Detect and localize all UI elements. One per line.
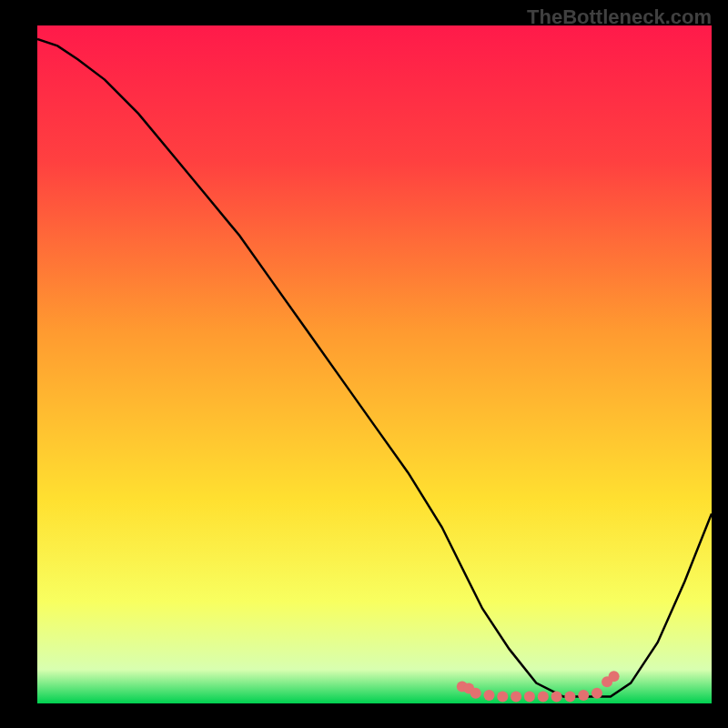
- optimal-marker: [609, 671, 620, 682]
- optimal-marker: [484, 690, 495, 701]
- optimal-marker: [564, 692, 575, 703]
- optimal-marker: [578, 690, 589, 701]
- optimal-marker: [511, 692, 521, 703]
- watermark-text: TheBottleneck.com: [527, 5, 712, 29]
- optimal-marker: [497, 692, 508, 703]
- chart-container: TheBottleneck.com: [0, 0, 728, 728]
- chart-svg: [37, 25, 712, 703]
- optimal-marker: [592, 688, 602, 699]
- optimal-marker: [538, 692, 549, 703]
- gradient-background: [37, 25, 712, 703]
- plot-area: [37, 25, 712, 703]
- optimal-marker: [470, 688, 481, 699]
- optimal-marker: [551, 692, 562, 703]
- optimal-marker: [524, 692, 535, 703]
